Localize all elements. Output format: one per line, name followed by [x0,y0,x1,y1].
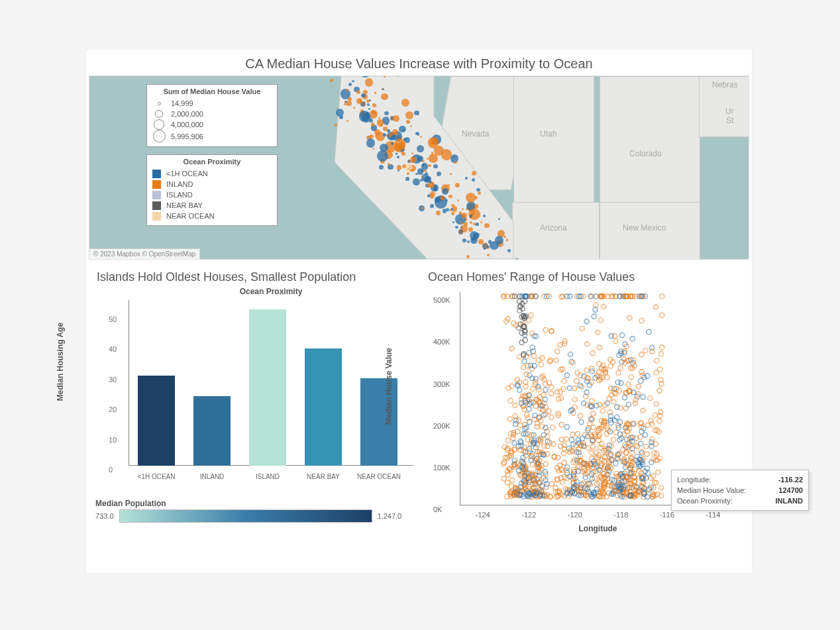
map-dot[interactable] [386,123,388,125]
map-dot[interactable] [430,138,437,145]
legend-size-row[interactable]: 4,000,000 [152,119,272,130]
map-dot[interactable] [434,188,437,191]
map-dot[interactable] [435,199,437,201]
map-dot[interactable] [371,123,375,127]
map-dot[interactable] [382,88,384,90]
map-dot[interactable] [348,97,352,101]
map-dot[interactable] [370,110,378,118]
map-dot[interactable] [375,134,378,137]
map-dot[interactable] [478,191,481,195]
bar[interactable] [249,309,286,466]
map-dot[interactable] [465,177,467,179]
legend-color-row[interactable]: NEAR OCEAN [152,211,272,221]
map-dot[interactable] [415,132,419,135]
map-dot[interactable] [478,239,484,244]
map-dot[interactable] [452,221,454,223]
map-dot[interactable] [346,89,348,91]
map-dot[interactable] [455,183,460,187]
map-dot[interactable] [377,119,384,126]
map-dot[interactable] [397,156,399,158]
map-dot[interactable] [473,223,475,225]
map-dot[interactable] [369,99,371,101]
map-dot[interactable] [458,229,463,234]
map-dot[interactable] [381,93,388,100]
bar-chart[interactable]: Ocean Proximity Median Housing Age 01020… [95,287,413,492]
legend-color-row[interactable]: NEAR BAY [152,200,272,211]
legend-size[interactable]: Sum of Median House Value 14,9992,000,00… [146,84,278,147]
map-dot[interactable] [461,213,467,219]
map-dot[interactable] [397,165,401,170]
map-dot[interactable] [507,249,511,252]
svg-point-691 [568,294,572,299]
map-dot[interactable] [391,142,394,145]
map-dot[interactable] [393,115,399,122]
scatter-chart[interactable]: Median House Value Longitude 0K100K200K3… [427,287,743,539]
legend-size-row[interactable]: 2,000,000 [152,109,272,119]
map-dot[interactable] [365,78,373,86]
map-dot[interactable] [433,164,438,169]
map-dot[interactable] [487,247,489,249]
map-dot[interactable] [506,238,509,241]
legend-color[interactable]: Ocean Proximity <1H OCEANINLANDISLANDNEA… [146,154,278,226]
map-dot[interactable] [467,240,470,243]
map-dot[interactable] [405,111,413,119]
population-legend[interactable]: Median Population 733.0 1,247.0 [95,499,413,523]
map-dot[interactable] [430,204,434,208]
map-dot[interactable] [420,179,423,182]
map-dot[interactable] [336,109,344,117]
map-dot[interactable] [484,223,489,228]
map-dot[interactable] [475,223,479,227]
map-dot[interactable] [362,113,371,123]
map-dot[interactable] [470,215,472,217]
map-dot[interactable] [454,161,457,164]
map-dot[interactable] [422,164,425,166]
bar[interactable] [138,376,175,466]
map-dot[interactable] [443,209,447,213]
map-dot[interactable] [330,79,333,82]
map-attribution[interactable]: © 2023 Mapbox © OpenStreetMap [89,248,200,259]
map-dot[interactable] [394,143,403,152]
map-dot[interactable] [421,207,423,209]
map-dot[interactable] [410,156,417,163]
legend-color-row[interactable]: <1H OCEAN [152,168,272,179]
legend-size-row[interactable]: 5,995,906 [152,130,272,142]
map-dot[interactable] [474,233,480,238]
map-dot[interactable] [405,177,409,181]
map-dot[interactable] [470,221,472,224]
bar[interactable] [305,348,342,466]
map-dot[interactable] [472,171,476,176]
map-dot[interactable] [451,204,454,207]
map-dot[interactable] [462,238,466,242]
map-dot[interactable] [445,185,446,187]
map-dot[interactable] [363,90,367,94]
map-dot[interactable] [383,127,388,131]
map-dot[interactable] [437,172,441,176]
bar[interactable] [193,396,231,466]
map-dot[interactable] [424,177,430,183]
map-dot[interactable] [425,172,428,175]
map-dot[interactable] [480,221,482,223]
map-dot[interactable] [436,211,441,215]
map-dot[interactable] [417,156,423,162]
map-dot[interactable] [348,83,352,86]
legend-color-row[interactable]: INLAND [152,179,272,189]
legend-size-row[interactable]: 14,999 [152,98,272,109]
map-dot[interactable] [460,222,462,224]
map-panel[interactable]: Nevada Utah Colorado Arizona New Mexico … [89,76,749,260]
map-dot[interactable] [503,236,505,238]
map-dot[interactable] [450,173,452,175]
map-dot[interactable] [370,134,374,138]
map-dot[interactable] [384,111,389,116]
tooltip-value: -116.22 [778,474,803,485]
map-dot[interactable] [359,99,362,101]
map-dot[interactable] [401,99,409,107]
map-dot[interactable] [366,138,375,147]
map-dot[interactable] [474,204,479,209]
map-dot[interactable] [407,172,409,175]
map-dot[interactable] [367,103,370,106]
legend-color-row[interactable]: ISLAND [152,189,272,200]
map-dot[interactable] [431,152,434,154]
map-dot[interactable] [346,103,348,105]
map-dot[interactable] [455,226,458,229]
map-dot[interactable] [441,196,445,200]
